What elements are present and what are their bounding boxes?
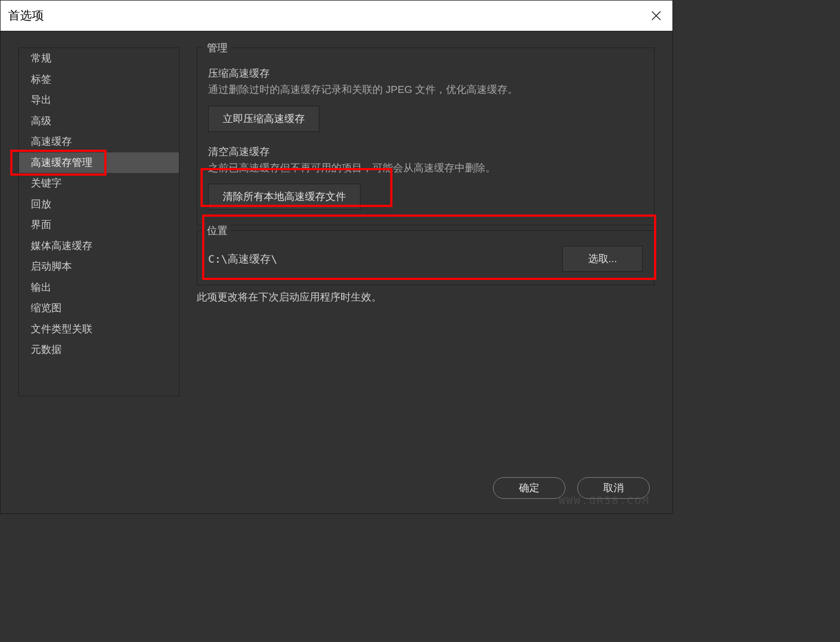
sidebar-item-export[interactable]: 导出 [19, 90, 179, 111]
sidebar-item-metadata[interactable]: 元数据 [19, 339, 179, 360]
location-fieldset: 位置 C:\高速缓存\ 选取... [197, 230, 655, 285]
sidebar-item-startup-scripts[interactable]: 启动脚本 [19, 256, 179, 277]
sidebar-item-label: 标签 [31, 72, 51, 86]
sidebar-item-label: 高速缓存 [31, 135, 72, 149]
close-button[interactable] [648, 7, 665, 24]
sidebar-item-cache[interactable]: 高速缓存 [19, 131, 179, 152]
sidebar-item-thumbnails[interactable]: 缩览图 [19, 298, 179, 319]
watermark: WWW.GR58.COM [559, 494, 650, 507]
location-legend: 位置 [204, 224, 231, 238]
clear-desc: 之前已高速缓存但不再可用的项目，可能会从高速缓存中删除。 [208, 161, 643, 176]
sidebar-item-label: 常规 [31, 51, 51, 65]
sidebar-item-label: 缩览图 [31, 301, 62, 315]
sidebar-item-file-type-assoc[interactable]: 文件类型关联 [19, 319, 179, 340]
compress-desc: 通过删除过时的高速缓存记录和关联的 JPEG 文件，优化高速缓存。 [208, 83, 643, 97]
sidebar-item-label: 媒体高速缓存 [31, 239, 92, 253]
compress-title: 压缩高速缓存 [208, 66, 643, 81]
sidebar: 常规 标签 导出 高级 高速缓存 高速缓存管理 关键字 回放 界面 媒体高速缓存… [18, 48, 179, 396]
sidebar-item-label: 启动脚本 [31, 259, 72, 273]
clear-cache-button[interactable]: 清除所有本地高速缓存文件 [208, 184, 361, 210]
sidebar-item-label: 元数据 [31, 343, 62, 357]
content: 常规 标签 导出 高级 高速缓存 高速缓存管理 关键字 回放 界面 媒体高速缓存… [1, 31, 672, 396]
sidebar-item-label: 关键字 [31, 176, 62, 190]
sidebar-item-label: 文件类型关联 [31, 322, 92, 336]
sidebar-item-label: 导出 [31, 93, 51, 107]
sidebar-item-advanced[interactable]: 高级 [19, 111, 179, 132]
sidebar-item-interface[interactable]: 界面 [19, 215, 179, 236]
titlebar: 首选项 [1, 1, 672, 31]
location-hint: 此项更改将在下次启动应用程序时生效。 [197, 290, 655, 304]
close-icon [651, 11, 661, 21]
sidebar-item-label: 回放 [31, 197, 51, 211]
main-panel: 管理 压缩高速缓存 通过删除过时的高速缓存记录和关联的 JPEG 文件，优化高速… [197, 48, 655, 396]
manage-legend: 管理 [204, 41, 231, 55]
sidebar-item-label: 高级 [31, 114, 51, 128]
sidebar-item-general[interactable]: 常规 [19, 48, 179, 69]
ok-button[interactable]: 确定 [493, 477, 565, 499]
window-title: 首选项 [8, 8, 44, 24]
sidebar-item-output[interactable]: 输出 [19, 277, 179, 298]
compress-cache-button[interactable]: 立即压缩高速缓存 [208, 106, 319, 132]
sidebar-item-playback[interactable]: 回放 [19, 194, 179, 215]
choose-location-button[interactable]: 选取... [562, 246, 643, 272]
sidebar-item-keywords[interactable]: 关键字 [19, 173, 179, 194]
sidebar-item-label: 界面 [31, 218, 51, 232]
sidebar-item-media-cache[interactable]: 媒体高速缓存 [19, 236, 179, 257]
sidebar-item-label: 高速缓存管理 [31, 156, 92, 170]
location-path: C:\高速缓存\ [208, 252, 277, 266]
sidebar-item-labels[interactable]: 标签 [19, 69, 179, 90]
sidebar-item-cache-management[interactable]: 高速缓存管理 [19, 152, 179, 173]
manage-fieldset: 管理 压缩高速缓存 通过删除过时的高速缓存记录和关联的 JPEG 文件，优化高速… [197, 48, 655, 225]
clear-title: 清空高速缓存 [208, 145, 643, 159]
sidebar-item-label: 输出 [31, 280, 51, 295]
